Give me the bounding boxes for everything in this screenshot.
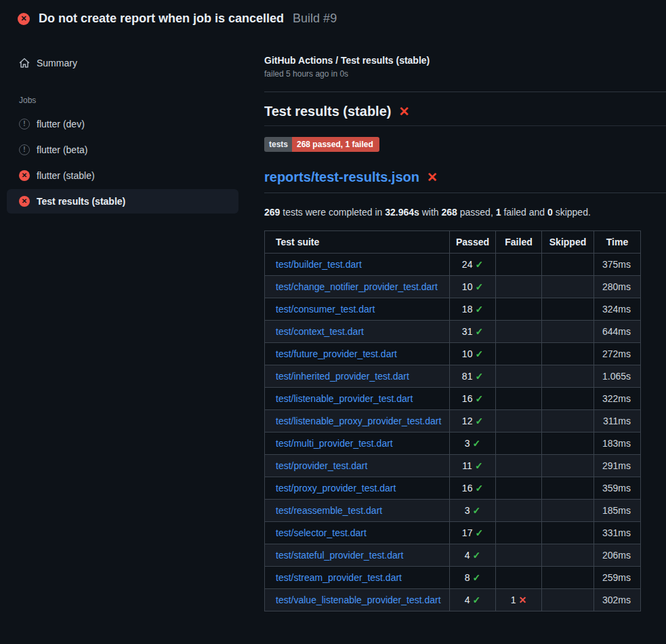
suite-cell: test/builder_test.dart [265, 254, 450, 276]
check-run-page: ✕ Do not create report when job is cance… [0, 0, 666, 644]
skipped-cell [542, 500, 594, 522]
time-cell: 206ms [594, 544, 641, 567]
sidebar-item-job-0[interactable]: !flutter (dev) [7, 112, 238, 136]
sidebar: Summary Jobs !flutter (dev)!flutter (bet… [0, 35, 264, 215]
failed-x-icon: ✕ [398, 105, 409, 118]
count-value: 81 [462, 371, 473, 382]
test-suite-link[interactable]: test/stateful_provider_test.dart [276, 550, 403, 561]
passed-cell: 11✓ [450, 455, 496, 477]
skipped-cell [542, 276, 594, 298]
summary-text: with [419, 207, 442, 218]
sidebar-item-job-1[interactable]: !flutter (beta) [7, 138, 238, 162]
time-cell: 359ms [594, 477, 641, 500]
summary-number: 32.964s [385, 207, 419, 218]
time-cell: 259ms [594, 567, 641, 589]
sidebar-summary-label: Summary [37, 58, 77, 68]
failed-status-icon: ✕ [19, 170, 30, 181]
table-row: test/multi_provider_test.dart3✓183ms [265, 432, 641, 455]
col-header-failed: Failed [496, 231, 542, 254]
sidebar-item-job-3[interactable]: ✕Test results (stable) [7, 189, 238, 214]
x-icon: ✕ [519, 595, 527, 605]
summary-number: 269 [264, 207, 280, 218]
breadcrumb: GitHub Actions / Test results (stable) [264, 55, 666, 66]
check-title-row: Test results (stable) ✕ [264, 104, 666, 126]
col-header-skipped: Skipped [542, 231, 594, 254]
check-icon: ✓ [475, 371, 483, 382]
skipped-cell [542, 365, 594, 388]
count-value: 8 [465, 572, 470, 583]
skipped-cell [542, 254, 594, 276]
test-suite-link[interactable]: test/multi_provider_test.dart [276, 438, 393, 449]
passed-cell: 18✓ [450, 298, 496, 321]
test-suite-link[interactable]: test/reassemble_test.dart [276, 505, 382, 516]
check-icon: ✓ [475, 483, 483, 494]
failed-cell: 1✕ [496, 589, 542, 611]
count-value: 16 [462, 483, 473, 494]
skipped-cell [542, 477, 594, 500]
time-cell: 331ms [594, 522, 641, 544]
section-divider [264, 92, 666, 92]
failed-cell [496, 500, 542, 522]
test-suite-link[interactable]: test/context_test.dart [276, 326, 364, 337]
suite-cell: test/listenable_provider_test.dart [265, 388, 450, 410]
test-suite-link[interactable]: test/selector_test.dart [276, 527, 367, 538]
suite-cell: test/context_test.dart [265, 321, 450, 343]
failed-cell [496, 343, 542, 365]
time-cell: 272ms [594, 343, 641, 365]
summary-number: 0 [547, 207, 553, 218]
check-icon: ✓ [475, 259, 483, 270]
failed-cell [496, 388, 542, 410]
jobs-list: !flutter (dev)!flutter (beta)✕flutter (s… [0, 112, 264, 214]
suite-cell: test/change_notifier_provider_test.dart [265, 276, 450, 298]
failed-cell [496, 455, 542, 477]
test-suite-link[interactable]: test/proxy_provider_test.dart [276, 483, 396, 494]
test-suite-link[interactable]: test/future_provider_test.dart [276, 348, 397, 359]
check-icon: ✓ [473, 505, 481, 516]
test-suite-link[interactable]: test/builder_test.dart [276, 259, 362, 270]
time-cell: 291ms [594, 455, 641, 477]
suite-cell: test/listenable_proxy_provider_test.dart [265, 410, 450, 432]
summary-text: skipped. [553, 207, 591, 218]
count-value: 1 [511, 595, 516, 605]
passed-cell: 12✓ [450, 410, 496, 432]
job-label: flutter (beta) [37, 144, 87, 155]
neutral-status-icon: ! [19, 119, 30, 129]
neutral-status-icon: ! [19, 144, 30, 155]
check-icon: ✓ [473, 550, 481, 561]
job-label: flutter (stable) [37, 170, 95, 181]
test-suite-link[interactable]: test/listenable_proxy_provider_test.dart [276, 416, 441, 426]
table-row: test/stateful_provider_test.dart4✓206ms [265, 544, 641, 567]
skipped-cell [542, 298, 594, 321]
sidebar-item-summary[interactable]: Summary [7, 51, 238, 75]
table-row: test/inherited_provider_test.dart81✓1.06… [265, 365, 641, 388]
col-header-test-suite: Test suite [265, 231, 450, 254]
failed-status-icon: ✕ [18, 13, 30, 25]
test-suite-link[interactable]: test/stream_provider_test.dart [276, 572, 402, 583]
check-icon: ✓ [473, 595, 481, 605]
test-suite-link[interactable]: test/change_notifier_provider_test.dart [276, 281, 438, 292]
badge-label: tests [264, 137, 292, 152]
count-value: 11 [462, 460, 472, 471]
passed-cell: 4✓ [450, 544, 496, 567]
passed-cell: 16✓ [450, 477, 496, 500]
count-value: 16 [462, 393, 473, 404]
test-suite-link[interactable]: test/provider_test.dart [276, 460, 367, 471]
test-suite-link[interactable]: test/consumer_test.dart [276, 304, 375, 315]
count-value: 17 [462, 527, 473, 538]
suite-cell: test/consumer_test.dart [265, 298, 450, 321]
col-header-passed: Passed [450, 231, 496, 254]
test-suite-link[interactable]: test/value_listenable_provider_test.dart [276, 595, 441, 605]
jobs-section-label: Jobs [19, 96, 264, 105]
check-icon: ✓ [475, 527, 483, 538]
test-results-table: Test suite Passed Failed Skipped Time te… [264, 230, 641, 611]
test-suite-link[interactable]: test/inherited_provider_test.dart [276, 371, 409, 382]
count-value: 4 [465, 595, 470, 605]
skipped-cell [542, 343, 594, 365]
sidebar-item-job-2[interactable]: ✕flutter (stable) [7, 163, 238, 188]
table-row: test/future_provider_test.dart10✓272ms [265, 343, 641, 365]
report-file-link[interactable]: reports/test-results.json [264, 169, 419, 185]
skipped-cell [542, 455, 594, 477]
summary-number: 1 [496, 207, 501, 218]
test-suite-link[interactable]: test/listenable_provider_test.dart [276, 393, 413, 404]
skipped-cell [542, 567, 594, 589]
